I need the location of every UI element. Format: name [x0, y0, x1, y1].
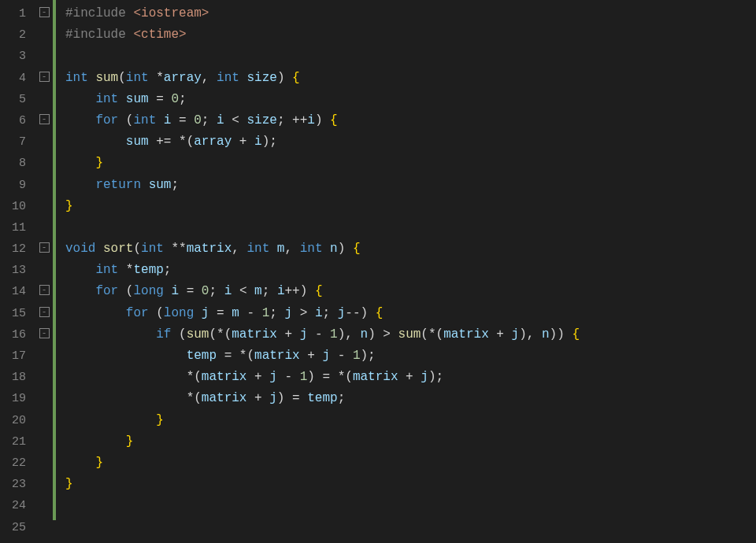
token-type: long [133, 284, 171, 298]
token-punct: - [307, 327, 330, 342]
line-number: 19 [6, 392, 35, 405]
fold-collapse-icon[interactable]: - [39, 328, 50, 338]
token-punct: + [300, 349, 323, 363]
token-param: matrix [202, 391, 247, 405]
fold-collapse-icon[interactable]: - [39, 307, 50, 317]
token-punct: ; [323, 306, 338, 320]
code-line[interactable]: for (int i = 0; i < size; ++i) { [65, 110, 756, 131]
code-line[interactable] [65, 495, 756, 516]
code-line[interactable]: sum += *(array + i); [65, 131, 756, 153]
line-number: 13 [6, 264, 35, 277]
token-punct: ), [338, 327, 361, 342]
token-punct: ++) [285, 284, 315, 298]
token-punct: ; [209, 284, 224, 298]
token-punct: ) [277, 71, 292, 85]
code-line[interactable]: } [65, 196, 756, 217]
token-var: j [269, 391, 277, 405]
token-param: matrix [353, 370, 398, 384]
code-line[interactable] [65, 217, 756, 238]
token-num: 0 [194, 113, 202, 127]
code-line[interactable]: } [65, 153, 756, 174]
code-line[interactable]: int sum(int *array, int size) { [65, 68, 756, 89]
token-var: j [512, 327, 520, 342]
fold-collapse-icon[interactable]: - [39, 285, 50, 295]
token-param: size [246, 113, 276, 127]
token-num: 0 [171, 92, 179, 106]
code-line[interactable]: int *temp; [65, 260, 756, 281]
code-line[interactable]: int sum = 0; [65, 89, 756, 110]
token-punct [65, 327, 156, 342]
code-line[interactable]: } [65, 474, 756, 495]
token-kw: for [126, 306, 149, 320]
token-punct: ); [262, 135, 277, 149]
token-bracket: } [65, 199, 73, 213]
fold-collapse-icon[interactable]: - [39, 72, 50, 82]
code-line[interactable] [65, 46, 756, 67]
line-number: 1 [13, 7, 35, 20]
token-punct: ; [269, 306, 284, 320]
token-param: size [246, 71, 276, 85]
token-num: 1 [300, 370, 308, 384]
token-kw: for [95, 284, 118, 298]
line-number: 6 [13, 114, 35, 127]
token-var: i [315, 306, 323, 320]
line-number: 3 [13, 50, 35, 63]
token-punct [65, 456, 95, 470]
code-line[interactable]: for (long j = m - 1; j > i; j--) { [65, 303, 756, 324]
token-var: i [254, 135, 262, 149]
code-line[interactable]: for (long i = 0; i < m; i++) { [65, 281, 756, 302]
token-punct: - [277, 370, 300, 384]
code-line[interactable]: *(matrix + j - 1) = *(matrix + j); [65, 367, 756, 388]
token-punct: + [246, 370, 269, 384]
token-punct: ; [171, 178, 179, 192]
token-punct: ) = *( [307, 370, 353, 384]
fold-collapse-icon[interactable]: - [39, 7, 50, 17]
token-punct: ( [133, 242, 141, 256]
fold-column: ------- [35, 0, 53, 543]
token-op: * [156, 71, 164, 85]
code-line[interactable]: } [65, 431, 756, 452]
line-number: 18 [6, 371, 35, 384]
fold-collapse-icon[interactable]: - [39, 114, 50, 124]
token-type: int [300, 242, 330, 256]
code-line[interactable]: *(matrix + j) = temp; [65, 388, 756, 409]
token-punct: < [224, 113, 247, 127]
token-punct [65, 156, 95, 170]
token-param: n [542, 327, 550, 342]
token-pp: #include [65, 6, 133, 20]
token-bracket: { [315, 284, 323, 298]
code-line[interactable]: } [65, 410, 756, 431]
token-bracket: { [376, 306, 384, 320]
code-line[interactable] [65, 517, 756, 538]
code-line[interactable]: void sort(int **matrix, int m, int n) { [65, 238, 756, 260]
token-type: int [95, 92, 125, 106]
code-line[interactable]: temp = *(matrix + j - 1); [65, 345, 756, 367]
token-punct: , [284, 242, 299, 256]
code-line[interactable]: return sum; [65, 175, 756, 196]
token-punct: = [171, 113, 194, 127]
token-var: j [300, 327, 308, 342]
token-punct [65, 306, 126, 320]
fold-collapse-icon[interactable]: - [39, 242, 50, 253]
code-line[interactable]: if (sum(*(matrix + j - 1), n) > sum(*(ma… [65, 324, 756, 345]
code-line[interactable]: #include <ctime> [65, 24, 756, 46]
token-punct: += *( [149, 135, 195, 149]
token-param: m [232, 306, 239, 320]
token-punct: ( [118, 71, 126, 85]
code-content-area[interactable]: #include <iostream>#include <ctime>int s… [59, 0, 756, 543]
token-var: sum [126, 92, 149, 106]
line-number: 20 [6, 414, 35, 427]
token-func: sum [95, 71, 118, 85]
line-number: 22 [6, 456, 35, 470]
token-type: int [133, 113, 163, 127]
token-punct: *( [65, 370, 202, 384]
code-line[interactable]: #include <iostream> [65, 3, 756, 24]
token-bracket: } [126, 434, 134, 449]
code-line[interactable]: } [65, 452, 756, 474]
token-type: int [65, 71, 95, 85]
token-var: j [421, 370, 428, 384]
token-num: 1 [262, 306, 270, 320]
token-var: i [164, 113, 172, 127]
line-number: 25 [6, 521, 35, 534]
token-punct: > [292, 306, 315, 320]
